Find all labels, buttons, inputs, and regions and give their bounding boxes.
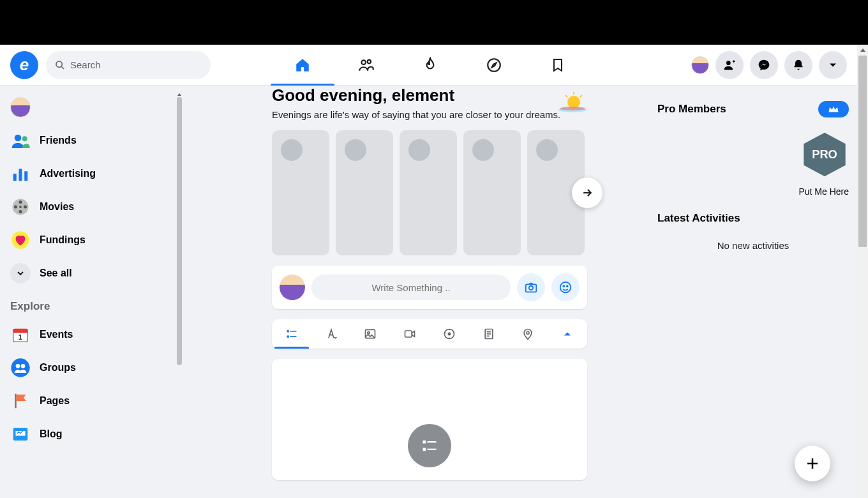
pro-members-label: Pro Members — [657, 103, 726, 116]
svg-point-34 — [563, 285, 564, 287]
home-icon — [294, 57, 311, 73]
feed-tab-text[interactable] — [311, 319, 351, 349]
blog-icon — [10, 424, 31, 444]
stories-next-button[interactable] — [572, 177, 602, 208]
svg-rect-51 — [428, 441, 437, 442]
story-card[interactable] — [336, 130, 393, 255]
create-fab[interactable] — [795, 446, 830, 481]
flag-icon — [10, 391, 31, 411]
site-logo[interactable]: e — [10, 51, 38, 79]
stories-row — [272, 130, 587, 255]
sidebar-pages[interactable]: Pages — [5, 384, 176, 418]
user-avatar-small[interactable] — [691, 56, 709, 74]
plus-icon — [805, 456, 820, 471]
nav-people[interactable] — [334, 45, 398, 86]
list-icon — [285, 328, 298, 340]
notifications-button[interactable] — [784, 51, 812, 79]
search-container[interactable] — [46, 51, 211, 79]
svg-text:PRO: PRO — [812, 147, 837, 161]
svg-marker-5 — [492, 63, 497, 68]
svg-point-14 — [24, 206, 27, 209]
scroll-thumb[interactable] — [858, 56, 867, 247]
messenger-button[interactable] — [750, 51, 778, 79]
account-menu-button[interactable] — [819, 51, 847, 79]
svg-rect-11 — [24, 171, 27, 181]
bookmark-icon — [550, 57, 565, 73]
left-sidebar: Friends Advertising Movies Fundings See … — [0, 86, 184, 498]
nav-explore[interactable] — [462, 45, 526, 86]
chevron-up-icon — [561, 328, 574, 340]
svg-point-23 — [16, 364, 20, 368]
sidebar-groups[interactable]: Groups — [5, 351, 176, 384]
story-card[interactable] — [272, 130, 329, 255]
search-icon — [55, 60, 65, 70]
location-icon — [521, 328, 534, 340]
svg-point-32 — [529, 286, 533, 290]
sidebar-item-label: Friends — [40, 135, 77, 146]
feed-tab-file[interactable] — [469, 319, 509, 349]
feed-tab-video[interactable] — [390, 319, 430, 349]
svg-rect-10 — [19, 169, 22, 181]
svg-point-49 — [527, 331, 529, 334]
scroll-up-button[interactable] — [857, 45, 868, 56]
crown-icon — [828, 105, 839, 114]
camera-icon — [524, 280, 538, 294]
sidebar-profile[interactable] — [5, 91, 176, 124]
sidebar-item-label: Groups — [40, 362, 76, 374]
composer-input[interactable] — [311, 275, 511, 300]
composer-camera-button[interactable] — [517, 273, 545, 301]
sidebar-movies[interactable]: Movies — [5, 190, 176, 223]
sidebar-events[interactable]: 1 Events — [5, 318, 176, 351]
feed-tab-location[interactable] — [509, 319, 548, 349]
people-icon — [358, 57, 375, 73]
feed-tab-collapse[interactable] — [548, 319, 587, 349]
flame-icon — [422, 57, 438, 73]
sidebar-friends[interactable]: Friends — [5, 124, 176, 157]
svg-point-41 — [368, 332, 370, 334]
sunset-icon — [558, 91, 587, 119]
sidebar-item-label: Events — [40, 329, 73, 340]
compass-icon — [486, 57, 502, 73]
explore-heading: Explore — [5, 290, 176, 318]
sidebar-scroll-thumb[interactable] — [177, 97, 182, 365]
feed-tab-all[interactable] — [272, 319, 311, 349]
nav-home[interactable] — [271, 45, 334, 86]
sidebar-advertising[interactable]: Advertising — [5, 157, 176, 190]
sidebar-blog[interactable]: Blog — [5, 418, 176, 451]
sidebar-scrollbar[interactable] — [176, 89, 183, 97]
feed-tab-audio[interactable] — [430, 319, 469, 349]
pro-badge-icon: PRO — [800, 130, 849, 179]
friend-request-button[interactable] — [715, 51, 744, 79]
heart-icon — [10, 230, 31, 250]
svg-point-6 — [726, 61, 731, 65]
pro-crown-button[interactable] — [818, 101, 849, 117]
caret-down-icon — [827, 59, 839, 72]
groups-icon — [10, 358, 31, 378]
feed-tab-photo[interactable] — [351, 319, 391, 349]
sidebar-fundings[interactable]: Fundings — [5, 223, 176, 257]
sidebar-item-label: Movies — [40, 201, 74, 213]
page-scrollbar[interactable] — [857, 45, 868, 498]
svg-rect-36 — [287, 330, 288, 332]
greeting-title: Good evening, element — [272, 86, 587, 105]
sidebar-item-label: Pages — [40, 395, 70, 407]
composer-emoji-button[interactable] — [551, 273, 580, 301]
svg-point-8 — [22, 136, 27, 141]
svg-point-15 — [19, 210, 22, 213]
top-header: e — [0, 45, 857, 86]
svg-point-22 — [11, 358, 29, 377]
disc-icon — [443, 328, 456, 340]
story-card[interactable] — [400, 130, 457, 255]
video-icon — [403, 328, 416, 340]
nav-trending[interactable] — [398, 45, 462, 86]
avatar-icon — [10, 97, 31, 117]
sidebar-see-all[interactable]: See all — [5, 257, 176, 290]
story-card[interactable] — [463, 130, 521, 255]
search-input[interactable] — [70, 59, 202, 70]
composer-avatar[interactable] — [280, 275, 305, 300]
nav-saved[interactable] — [526, 45, 590, 86]
svg-point-30 — [560, 107, 585, 110]
document-icon — [483, 328, 495, 340]
pro-put-me-here: Put Me Here — [657, 186, 849, 197]
pro-promo-card[interactable]: PRO Put Me Here — [657, 130, 849, 197]
